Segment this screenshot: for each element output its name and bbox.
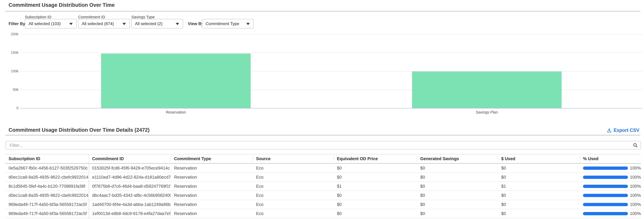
filter-savings-type-dropdown[interactable]: All selected (2): [131, 19, 183, 28]
filter-commitment-id-label: Commitment ID: [78, 15, 105, 19]
filter-subscription-id-dropdown[interactable]: All selected (103): [25, 19, 76, 28]
table-row: 0e5a2667-fb0c-4456-b127-503f2529750c0153…: [5, 164, 641, 173]
cell-generated-savings: $0: [417, 166, 498, 170]
chevron-down-icon: [122, 23, 126, 25]
col-header-dollar-used[interactable]: $ Used: [498, 154, 580, 163]
view-by-value: Commitment Type: [206, 21, 239, 26]
cell-pct-used: 100%: [580, 211, 641, 216]
cell-commitment-id: e1110ad7-4d96-4d22-824a-d181a80ecd7d: [89, 175, 171, 180]
cell-equivalent-od-price: $0: [334, 211, 417, 216]
cell-commitment-id: dbc4aac7-bd35-4342-af6c-4c56b9582400: [89, 193, 171, 198]
cell-commitment-type: Reservation: [171, 202, 253, 207]
y-axis-tick-label: 100k: [0, 69, 18, 73]
cell-generated-savings: $0: [417, 211, 498, 216]
cell-pct-used: 100%: [580, 184, 641, 189]
pct-used-label: 100%: [630, 193, 641, 198]
pct-used-label: 100%: [630, 166, 641, 170]
pct-used-label: 100%: [630, 184, 641, 189]
cell-subscription-id: d0ec1ca8-8a35-4935-9622-cbefc9922014: [5, 193, 89, 198]
cell-source: Eco: [253, 202, 334, 207]
table-header-row: Subscription ID Commitment ID Commitment…: [5, 154, 641, 164]
cell-dollar-used: $1: [498, 184, 580, 189]
filter-savings-type-label: Savings Type: [131, 15, 155, 19]
cell-equivalent-od-price: $1: [334, 184, 417, 189]
pct-used-progress-bar: [583, 194, 628, 197]
cell-subscription-id: 0e5a2667-fb0c-4456-b127-503f2529750c: [5, 166, 89, 170]
chevron-down-icon: [176, 23, 179, 25]
col-header-subscription-id[interactable]: Subscription ID: [5, 154, 89, 163]
cell-commitment-type: Reservation: [171, 166, 253, 170]
pct-used-progress-bar: [583, 185, 628, 188]
cell-dollar-used: $0: [498, 175, 580, 180]
page-title: Commitment Usage Distribution Over Time: [8, 2, 114, 8]
col-header-pct-used[interactable]: % Used: [580, 154, 641, 163]
download-icon: [606, 128, 612, 133]
col-header-source[interactable]: Source: [253, 154, 334, 163]
cell-subscription-id: d0ec1ca8-8a35-4935-9622-cbefc9922014: [5, 175, 89, 180]
table-body: 0e5a2667-fb0c-4456-b127-503f2529750c0153…: [5, 164, 641, 218]
cell-pct-used: 100%: [580, 193, 641, 198]
pct-used-progress-bar: [583, 212, 628, 215]
filter-by-label: Filter By:: [8, 21, 26, 26]
column-resize-divider[interactable]: [89, 154, 89, 219]
x-axis-category-label: Savings Plan: [448, 110, 526, 114]
bar-savings-plan: [412, 71, 562, 108]
cell-subscription-id: 969eda49-717f-4a50-bf3a-56558172ac5f: [5, 202, 89, 207]
filter-subscription-id-label: Subscription ID: [25, 15, 51, 19]
filter-subscription-id-value: All selected (103): [28, 21, 60, 26]
cell-dollar-used: $0: [498, 166, 580, 170]
gridline: [20, 34, 642, 35]
cell-source: Eco: [253, 211, 334, 216]
cell-pct-used: 100%: [580, 166, 641, 170]
filter-commitment-id-value: All selected (874): [82, 21, 114, 26]
table-filter: [6, 141, 641, 149]
pct-used-label: 100%: [630, 175, 641, 180]
table-row: 969eda49-717f-4a50-bf3a-56558172ac5f1ef0…: [5, 209, 641, 218]
col-header-commitment-id[interactable]: Commitment ID: [89, 154, 171, 163]
y-axis-tick-label: 50k: [0, 88, 18, 92]
cell-commitment-type: Reservation: [171, 211, 253, 216]
cell-source: Eco: [253, 166, 334, 170]
pct-used-label: 100%: [630, 202, 641, 207]
pct-used-label: 100%: [630, 211, 641, 216]
cell-pct-used: 100%: [580, 202, 641, 207]
view-by-dropdown[interactable]: Commitment Type: [202, 19, 254, 28]
table-row: d0ec1ca8-8a35-4935-9622-cbefc9922014e111…: [5, 173, 641, 182]
cell-commitment-id: 1ef0013d-e8b8-4dc9-9178-e4fa27daa7e5: [89, 211, 171, 216]
details-table: Subscription ID Commitment ID Commitment…: [5, 154, 641, 219]
cell-commitment-id: 0153025f-fcd8-45f6-9429-e705ece9414c: [89, 166, 171, 170]
table-row: d0ec1ca8-8a35-4935-9622-cbefc9922014dbc4…: [5, 191, 641, 200]
cell-commitment-type: Reservation: [171, 193, 253, 198]
gridline: [20, 53, 642, 53]
cell-subscription-id: 8c1d5645-5fef-4a4c-b120-7708891fa38f: [5, 184, 89, 189]
cell-subscription-id: 969eda49-717f-4a50-bf3a-56558172ac5f: [5, 211, 89, 216]
export-csv-button[interactable]: Export CSV: [606, 128, 639, 133]
col-header-commitment-type[interactable]: Commitment Type: [171, 154, 253, 163]
filter-savings-type-value: All selected (2): [135, 21, 162, 26]
cell-generated-savings: $0: [417, 202, 498, 207]
col-header-equivalent-od-price[interactable]: Equivalent OD Price: [334, 154, 417, 163]
col-header-generated-savings[interactable]: Generated Savings: [417, 154, 498, 163]
chevron-down-icon: [246, 23, 250, 25]
y-axis-tick-label: 150k: [0, 51, 18, 55]
y-axis-tick-label: 200k: [0, 32, 18, 36]
table-filter-input[interactable]: [6, 141, 641, 149]
cell-generated-savings: $0: [417, 193, 498, 198]
details-title: Commitment Usage Distribution Over Time …: [8, 127, 150, 133]
cell-equivalent-od-price: $0: [334, 193, 417, 198]
cell-equivalent-od-price: $0: [334, 166, 417, 170]
table-row: 8c1d5645-5fef-4a4c-b120-7708891fa38f0f78…: [5, 182, 641, 191]
cell-pct-used: 100%: [580, 175, 641, 180]
cell-dollar-used: $0: [498, 202, 580, 207]
search-icon[interactable]: [632, 142, 638, 148]
x-axis-category-label: Reservation: [137, 110, 215, 114]
filter-commitment-id-dropdown[interactable]: All selected (874): [78, 19, 130, 28]
table-row: 969eda49-717f-4a50-bf3a-56558172ac5f1ad4…: [5, 200, 641, 209]
cell-commitment-id: 0f7875b8-d7c6-46d4-baa8-d58247769f1f: [89, 184, 171, 189]
cell-generated-savings: $0: [417, 184, 498, 189]
cell-source: Eco: [253, 175, 334, 180]
section-divider: [5, 11, 640, 12]
cell-commitment-type: Reservation: [171, 175, 253, 180]
pct-used-progress-bar: [583, 203, 628, 206]
bar-chart: 200k150k100k50k0ReservationSavings Plan: [0, 31, 644, 118]
